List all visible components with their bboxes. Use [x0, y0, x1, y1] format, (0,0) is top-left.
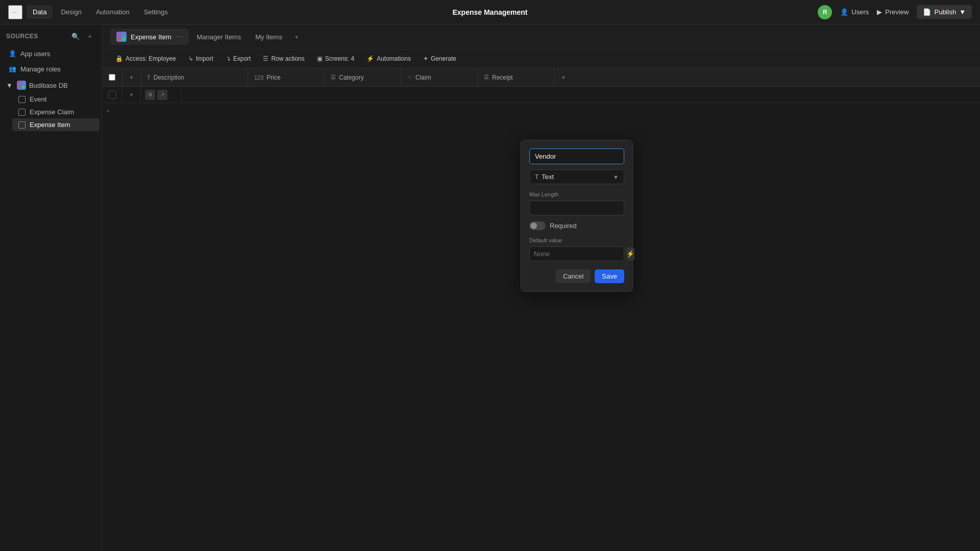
col-category-label: Category — [339, 74, 364, 81]
field-name-input[interactable] — [529, 148, 624, 164]
users-button[interactable]: 👤 Users — [840, 8, 869, 16]
tab-dots[interactable]: ⋯ — [176, 33, 183, 41]
row-checkbox[interactable] — [108, 91, 116, 99]
preview-icon: ▶ — [877, 8, 882, 16]
row-checkbox-cell — [102, 87, 122, 103]
back-button[interactable]: ← — [8, 5, 22, 19]
db-child-expense-claim[interactable]: Expense Claim — [12, 106, 100, 118]
automations-icon: ⚡ — [366, 55, 374, 62]
db-child-expense-claim-label: Expense Claim — [30, 108, 74, 116]
row-actions-button[interactable]: ☰ Row actions — [258, 53, 309, 65]
tab-expense-item-icon — [116, 32, 127, 42]
expense-item-table-icon — [18, 121, 26, 129]
svg-rect-0 — [18, 82, 21, 85]
generate-label: Generate — [431, 55, 456, 62]
users-icon: 👤 — [840, 8, 848, 16]
save-button[interactable]: Save — [595, 269, 624, 283]
expense-claim-table-icon — [18, 109, 26, 116]
db-header[interactable]: ▼ Budibase DB — [0, 78, 102, 93]
export-button[interactable]: ↴ Export — [220, 53, 256, 65]
svg-rect-3 — [22, 86, 24, 88]
tab-my-items[interactable]: My Items — [249, 30, 288, 44]
col-header-category[interactable]: ☰ Category — [325, 68, 401, 86]
required-label: Required — [550, 222, 577, 230]
tab-manager-items-label: Manager Items — [197, 33, 241, 41]
search-button[interactable]: 🔍 — [70, 31, 81, 42]
required-toggle[interactable] — [529, 221, 546, 230]
avatar: R — [818, 5, 832, 19]
sidebar-item-app-users-label: App users — [20, 50, 51, 58]
tab-expense-item[interactable]: Expense Item ⋯ — [110, 29, 189, 45]
row-edit-icon[interactable]: ⚙ — [145, 90, 155, 100]
tab-expense-item-label: Expense Item — [131, 33, 172, 41]
db-name-label: Budibase DB — [29, 82, 68, 89]
row-expand-icon[interactable]: ↗ — [157, 90, 167, 100]
col-header-description[interactable]: T Description — [141, 68, 248, 86]
svg-rect-4 — [118, 33, 121, 36]
price-type-icon: 123 — [254, 74, 263, 81]
add-row-body-button[interactable]: + — [102, 103, 980, 119]
add-column-button[interactable]: + — [554, 68, 573, 86]
generate-button[interactable]: ✦ Generate — [418, 53, 461, 65]
db-child-event[interactable]: Event — [12, 93, 100, 106]
top-nav: ← Data Design Automation Settings Expens… — [0, 0, 980, 24]
main-layout: Sources 🔍 + 👤 App users 👥 Manage roles ▼… — [0, 24, 980, 551]
cancel-button[interactable]: Cancel — [556, 269, 591, 283]
select-all-checkbox-cell[interactable] — [102, 68, 122, 86]
field-type-select[interactable]: T Text ▼ — [529, 169, 624, 184]
sidebar-item-app-users[interactable]: 👤 App users — [2, 46, 100, 61]
type-chevron-icon: ▼ — [613, 174, 619, 180]
sidebar-item-manage-roles[interactable]: 👥 Manage roles — [2, 61, 100, 77]
nav-tab-automation[interactable]: Automation — [90, 5, 136, 19]
top-right-actions: R 👤 Users ▶ Preview 📄 Publish ▼ — [818, 5, 972, 19]
svg-rect-7 — [122, 37, 125, 40]
publish-chevron-icon: ▼ — [959, 8, 966, 16]
row-actions-icon: ☰ — [263, 55, 268, 62]
generate-icon: ✦ — [423, 55, 428, 62]
formula-button[interactable]: ⚡ — [626, 247, 634, 261]
add-tab-button[interactable]: + — [290, 31, 303, 43]
nav-tab-settings[interactable]: Settings — [138, 5, 174, 19]
col-claim-label: Claim — [415, 74, 431, 81]
automations-label: Automations — [377, 55, 411, 62]
publish-button[interactable]: 📄 Publish ▼ — [917, 5, 972, 19]
add-source-button[interactable]: + — [84, 31, 95, 42]
row-action-icons: ⚙ ↗ — [141, 87, 182, 103]
automations-button[interactable]: ⚡ Automations — [361, 53, 416, 65]
screens-icon: ▣ — [317, 55, 323, 62]
publish-label: Publish — [934, 8, 956, 16]
export-label: Export — [233, 55, 251, 62]
row-add-button[interactable]: + — [122, 87, 141, 103]
tab-bar: Expense Item ⋯ Manager Items My Items + — [102, 24, 980, 49]
select-all-checkbox[interactable] — [109, 74, 115, 81]
db-children: Event Expense Claim Expense Item — [0, 93, 102, 131]
db-child-expense-item[interactable]: Expense Item — [12, 118, 100, 131]
add-field-popup: T Text ▼ Max Length Required Default val… — [521, 140, 633, 292]
popup-actions: Cancel Save — [529, 269, 624, 283]
category-type-icon: ☰ — [331, 74, 336, 81]
users-label: Users — [851, 8, 869, 16]
import-icon: ↳ — [188, 55, 193, 62]
nav-tab-data[interactable]: Data — [27, 5, 53, 19]
access-button[interactable]: 🔒 Access: Employee — [110, 53, 181, 65]
max-length-input[interactable] — [529, 201, 624, 215]
col-header-receipt[interactable]: ☰ Receipt — [478, 68, 554, 86]
preview-button[interactable]: ▶ Preview — [877, 8, 909, 16]
field-type-icon: T — [535, 173, 538, 181]
col-header-price[interactable]: 123 Price — [248, 68, 325, 86]
table-action-row: + ⚙ ↗ — [102, 87, 980, 103]
db-child-event-label: Event — [30, 95, 46, 103]
receipt-type-icon: ☰ — [484, 74, 489, 81]
nav-tab-design[interactable]: Design — [55, 5, 87, 19]
import-button[interactable]: ↳ Import — [183, 53, 218, 65]
default-value-label: Default value — [529, 237, 624, 243]
default-value-input[interactable] — [529, 246, 624, 261]
export-icon: ↴ — [226, 55, 231, 62]
add-row-header-btn[interactable]: + — [122, 68, 141, 86]
tab-manager-items[interactable]: Manager Items — [191, 30, 248, 44]
table-area: + T Description 123 Price ☰ Category ♢ C… — [102, 68, 980, 551]
sidebar-item-manage-roles-label: Manage roles — [20, 65, 61, 73]
screens-button[interactable]: ▣ Screens: 4 — [312, 53, 359, 65]
col-header-claim[interactable]: ♢ Claim — [401, 68, 478, 86]
publish-icon: 📄 — [923, 8, 931, 16]
